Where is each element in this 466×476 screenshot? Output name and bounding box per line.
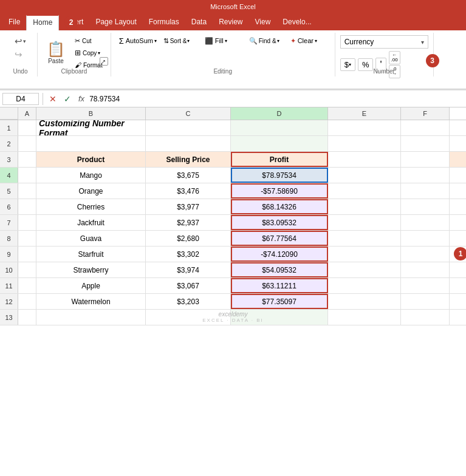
cell-c3-selling-price[interactable]: Selling Price — [146, 152, 231, 167]
cell-d10[interactable]: $54.09532 — [231, 262, 328, 277]
cell-d8[interactable]: $67.77564 — [231, 231, 328, 246]
cell-d1[interactable] — [231, 120, 328, 135]
undo-button[interactable]: ↩▾ — [12, 35, 29, 47]
col-header-b[interactable]: B — [36, 107, 146, 120]
cell-e8[interactable] — [328, 231, 401, 246]
cell-f10[interactable] — [401, 262, 450, 277]
cell-b2[interactable] — [36, 136, 146, 151]
cell-e1[interactable] — [328, 120, 401, 135]
find-select-button[interactable]: 🔍 Find & ▾ — [246, 35, 286, 46]
cell-f3[interactable] — [401, 152, 450, 167]
cell-e10[interactable] — [328, 262, 401, 277]
cell-e9[interactable] — [328, 246, 401, 262]
cell-d7[interactable]: $83.09532 — [231, 215, 328, 230]
cell-d2[interactable] — [231, 136, 328, 151]
cell-b13[interactable] — [36, 310, 146, 325]
cell-c7[interactable]: $2,937 — [146, 215, 231, 230]
increase-decimal-button[interactable]: ← .00 — [389, 51, 400, 64]
cell-d12[interactable]: $77.35097 — [231, 294, 328, 309]
cell-f8[interactable] — [401, 231, 450, 246]
cell-f12[interactable] — [401, 294, 450, 309]
redo-button[interactable]: ↪ — [12, 49, 29, 61]
autosum-button[interactable]: Σ AutoSum ▾ — [116, 35, 159, 46]
cell-a11[interactable] — [18, 278, 36, 293]
menu-file[interactable]: File — [2, 13, 26, 30]
cell-c8[interactable]: $2,680 — [146, 231, 231, 246]
col-header-c[interactable]: C — [146, 107, 231, 120]
cell-f5[interactable] — [401, 183, 450, 199]
clipboard-dialog-launcher[interactable]: ↗ — [100, 57, 108, 66]
fill-button[interactable]: ⬛ Fill ▾ — [202, 35, 244, 46]
insert-function-button[interactable]: fx — [76, 93, 87, 104]
cell-c5[interactable]: $3,476 — [146, 183, 231, 199]
cell-b10[interactable]: Strawberry — [36, 262, 146, 277]
cell-b4-mango[interactable]: Mango — [36, 168, 146, 183]
cell-a10[interactable] — [18, 262, 36, 277]
cell-f6[interactable] — [401, 199, 450, 214]
cell-a7[interactable] — [18, 215, 36, 230]
cell-c2[interactable] — [146, 136, 231, 151]
cell-f11[interactable] — [401, 278, 450, 293]
col-header-e[interactable]: E — [328, 107, 401, 120]
cell-b8[interactable]: Guava — [36, 231, 146, 246]
cell-b11[interactable]: Apple — [36, 278, 146, 293]
cell-d11[interactable]: $63.11211 — [231, 278, 328, 293]
cell-a4[interactable] — [18, 168, 36, 183]
cell-f2[interactable] — [401, 136, 450, 151]
cell-reference-box[interactable]: D4 — [2, 93, 39, 105]
cell-a3[interactable] — [18, 152, 36, 167]
clear-button[interactable]: ✦ Clear ▾ — [287, 35, 330, 46]
cell-f1[interactable] — [401, 120, 450, 135]
menu-home[interactable]: Home — [26, 15, 59, 32]
cell-b6[interactable]: Cherries — [36, 199, 146, 214]
cell-e3[interactable] — [328, 152, 401, 167]
menu-formulas[interactable]: Formulas — [143, 13, 185, 30]
cell-e7[interactable] — [328, 215, 401, 230]
cell-a6[interactable] — [18, 199, 36, 214]
cell-b1[interactable]: Customizing Number Format — [36, 120, 146, 135]
cell-d3-profit[interactable]: Profit — [231, 152, 328, 167]
cell-a12[interactable] — [18, 294, 36, 309]
cell-b5[interactable]: Orange — [36, 183, 146, 199]
cell-b12[interactable]: Watermelon — [36, 294, 146, 309]
cell-c6[interactable]: $3,977 — [146, 199, 231, 214]
menu-view[interactable]: View — [249, 13, 277, 30]
cell-a5[interactable] — [18, 183, 36, 199]
menu-review[interactable]: Review — [213, 13, 248, 30]
cell-e2[interactable] — [328, 136, 401, 151]
cell-c11[interactable]: $3,067 — [146, 278, 231, 293]
menu-data[interactable]: Data — [185, 13, 213, 30]
col-header-f[interactable]: F — [401, 107, 450, 120]
cell-c12[interactable]: $3,203 — [146, 294, 231, 309]
cell-e12[interactable] — [328, 294, 401, 309]
cell-d5[interactable]: -$57.58690 — [231, 183, 328, 199]
cell-a8[interactable] — [18, 231, 36, 246]
paste-button[interactable]: 📋 Paste — [43, 35, 69, 69]
cell-f13[interactable] — [401, 310, 450, 325]
cell-b3-product[interactable]: Product — [36, 152, 146, 167]
cell-f7[interactable] — [401, 215, 450, 230]
confirm-formula-button[interactable]: ✓ — [61, 93, 74, 105]
col-header-d[interactable]: D — [231, 107, 328, 120]
cell-a1[interactable] — [18, 120, 36, 135]
cell-c4[interactable]: $3,675 — [146, 168, 231, 183]
cell-a2[interactable] — [18, 136, 36, 151]
cell-c9[interactable]: $3,302 — [146, 246, 231, 262]
cell-a9[interactable] — [18, 246, 36, 262]
cell-e13[interactable] — [328, 310, 401, 325]
cell-b7[interactable]: Jackfruit — [36, 215, 146, 230]
cell-c1[interactable] — [146, 120, 231, 135]
currency-dropdown[interactable]: Currency ▾ — [340, 35, 428, 49]
cell-d9[interactable]: -$74.12090 — [231, 246, 328, 262]
cell-e5[interactable] — [328, 183, 401, 199]
cell-e11[interactable] — [328, 278, 401, 293]
cell-e6[interactable] — [328, 199, 401, 214]
sort-filter-button[interactable]: ⇅ Sort & ▾ — [160, 35, 200, 46]
cell-c10[interactable]: $3,974 — [146, 262, 231, 277]
cell-d6[interactable]: $68.14326 — [231, 199, 328, 214]
cell-d4-selected[interactable]: $78.97534 — [231, 168, 328, 183]
cell-e4[interactable] — [328, 168, 401, 183]
cell-f9[interactable] — [401, 246, 450, 262]
cancel-formula-button[interactable]: ✕ — [47, 93, 59, 105]
col-header-a[interactable]: A — [18, 107, 36, 120]
